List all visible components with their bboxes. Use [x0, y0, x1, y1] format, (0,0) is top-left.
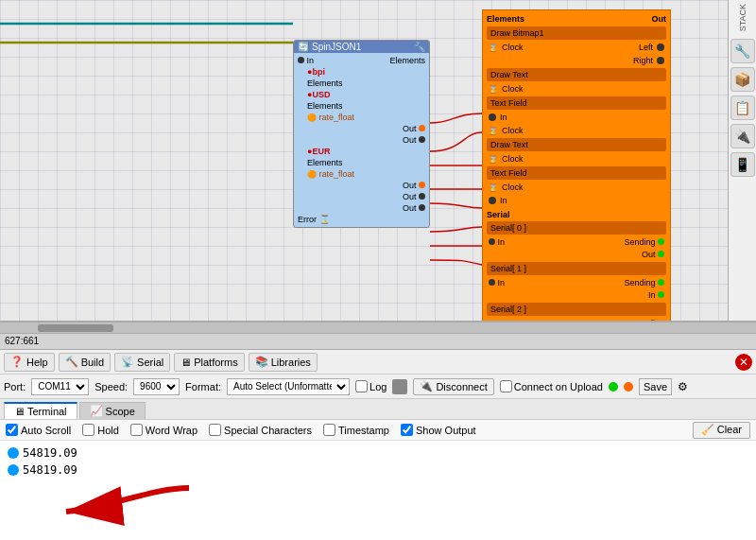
stack-btn-2[interactable]: 📦 — [730, 67, 755, 92]
clock-label-2: Clock — [502, 84, 524, 94]
special-chars-label[interactable]: Special Characters — [209, 424, 312, 436]
error-label: Error ⌛ — [298, 215, 330, 224]
scope-tab[interactable]: 📈 Scope — [79, 402, 146, 419]
serial0-out-row: Out — [487, 249, 666, 260]
format-select[interactable]: Auto Select (Unformatte... — [227, 378, 350, 395]
scrollbar-thumb[interactable] — [38, 324, 113, 332]
serial-icon: 📡 — [121, 356, 134, 368]
build-button[interactable]: 🔨 Build — [59, 353, 111, 372]
terminal-tab[interactable]: 🖥 Terminal — [4, 402, 77, 419]
clock-row-4: ⌛ Clock — [487, 153, 666, 165]
terminal-area[interactable]: 54819.09 54819.09 — [0, 441, 756, 540]
word-wrap-text: Word Wrap — [146, 425, 198, 436]
libraries-button[interactable]: 📚 Libraries — [249, 353, 318, 372]
bpi-label: ●bpi — [307, 67, 325, 77]
clock-row-5: ⌛ Clock — [487, 182, 666, 193]
special-chars-text: Special Characters — [224, 425, 312, 436]
right-panel: STACK 🔧 📦 📋 🔌 📱 — [728, 0, 756, 322]
word-wrap-label[interactable]: Word Wrap — [130, 424, 198, 436]
tab-row: 🖥 Terminal 📈 Scope — [0, 399, 756, 420]
log-icon — [392, 379, 407, 394]
connect-upload-text: Connect on Upload — [514, 381, 603, 392]
libraries-icon: 📚 — [255, 356, 268, 368]
out-port-1: Out — [403, 124, 425, 133]
speed-label-text: Speed: — [94, 381, 128, 392]
log-label-text: Log — [369, 381, 387, 392]
serial2-label: Serial[ 2 ] — [490, 305, 526, 314]
led-orange — [624, 382, 633, 392]
help-button[interactable]: ❓ Help — [4, 353, 55, 372]
special-chars-checkbox[interactable] — [209, 424, 221, 436]
help-label: Help — [26, 357, 48, 368]
show-output-label[interactable]: Show Output — [401, 424, 476, 436]
port-label-text: Port: — [4, 381, 26, 392]
log-checkbox[interactable] — [355, 380, 368, 392]
terminal-line-2: 54819.09 — [8, 462, 748, 479]
serial2-block: Serial[ 2 ] — [487, 303, 666, 316]
auto-scroll-label[interactable]: Auto Scroll — [6, 424, 71, 436]
port-row: Port: COM11 Speed: 9600 Format: Auto Sel… — [0, 375, 756, 399]
right-blocks-area: Elements Out Draw Bitmap1 ⌛ Clock Left R… — [482, 9, 671, 322]
port-dot-in-1 — [489, 113, 496, 121]
led-green — [609, 382, 618, 392]
hold-checkbox[interactable] — [82, 424, 94, 436]
draw-text-label-2: Draw Text — [490, 140, 528, 149]
usd-label: ●USD — [307, 90, 330, 99]
save-button[interactable]: Save — [639, 378, 672, 395]
stack-btn-4[interactable]: 🔌 — [730, 124, 755, 148]
scope-tab-label: Scope — [106, 406, 135, 417]
draw-text-label-1: Draw Text — [490, 70, 528, 79]
right-label: Right — [633, 56, 653, 65]
connect-upload-checkbox[interactable] — [500, 380, 512, 392]
draw-bitmap-label: Draw Bitmap1 — [490, 28, 544, 38]
word-wrap-checkbox[interactable] — [130, 424, 143, 436]
timestamp-text: Timestamp — [338, 425, 389, 436]
serial-button[interactable]: 📡 Serial — [114, 353, 170, 372]
serial0-label: Serial[ 0 ] — [490, 223, 526, 233]
settings-icon[interactable]: ⚙ — [678, 380, 688, 393]
elements-4: Elements — [307, 158, 343, 167]
elements-header: Elements — [487, 14, 524, 24]
build-icon: 🔨 — [65, 356, 78, 368]
stack-btn-3[interactable]: 📋 — [730, 96, 755, 120]
options-row: Auto Scroll Hold Word Wrap Special Chara… — [0, 420, 756, 441]
spinJSON-header: 🔄 SpinJSON1 🔧 — [294, 41, 429, 53]
format-label-text: Format: — [185, 381, 221, 392]
log-checkbox-label[interactable]: Log — [355, 380, 387, 392]
show-output-checkbox[interactable] — [401, 424, 413, 436]
speed-select[interactable]: 9600 — [133, 378, 180, 395]
port-select[interactable]: COM11 — [31, 378, 89, 395]
platforms-button[interactable]: 🖥 Platforms — [174, 353, 244, 372]
in-row-1: In — [487, 112, 666, 123]
timestamp-checkbox[interactable] — [323, 424, 335, 436]
draw-text-block-1: Draw Text — [487, 68, 666, 81]
hold-label[interactable]: Hold — [82, 424, 119, 436]
text-field-block-2: Text Field — [487, 166, 666, 180]
serial1-out-row: In — [487, 289, 666, 301]
terminal-icon: 🖥 — [14, 406, 25, 417]
rate-float-label-1: 🟠 rate_float — [307, 113, 354, 122]
terminal-bullet-2 — [8, 464, 19, 476]
stack-btn-5[interactable]: 📱 — [730, 152, 755, 177]
spinJSON-node[interactable]: 🔄 SpinJSON1 🔧 In Elements ●bpi Elements … — [293, 40, 430, 228]
stack-btn-1[interactable]: 🔧 — [730, 39, 755, 63]
serial1-block: Serial[ 1 ] — [487, 262, 666, 275]
terminal-line-1: 54819.09 — [8, 444, 748, 462]
connect-upload-label[interactable]: Connect on Upload — [500, 380, 603, 392]
in-row-2: In — [487, 195, 666, 206]
terminal-tab-label: Terminal — [27, 406, 67, 417]
clock-row-2: ⌛ Clock — [487, 83, 666, 95]
timestamp-label[interactable]: Timestamp — [323, 424, 389, 436]
serial0-block: Serial[ 0 ] — [487, 221, 666, 235]
port-dot-in-2 — [489, 197, 496, 204]
disconnect-icon: 🔌 — [420, 380, 433, 392]
clear-button[interactable]: 🧹 Clear — [693, 422, 750, 439]
clock-label-3: Clock — [502, 126, 524, 135]
spinJSON-title: SpinJSON1 — [312, 42, 361, 52]
canvas-area[interactable]: 🔄 SpinJSON1 🔧 In Elements ●bpi Elements … — [0, 0, 756, 322]
toolbar-row: ❓ Help 🔨 Build 📡 Serial 🖥 Platforms 📚 Li… — [0, 350, 756, 375]
canvas-scrollbar[interactable] — [0, 322, 756, 333]
close-serial-button[interactable]: ✕ — [735, 354, 752, 371]
auto-scroll-checkbox[interactable] — [6, 424, 18, 436]
disconnect-button[interactable]: 🔌 Disconnect — [413, 378, 493, 395]
